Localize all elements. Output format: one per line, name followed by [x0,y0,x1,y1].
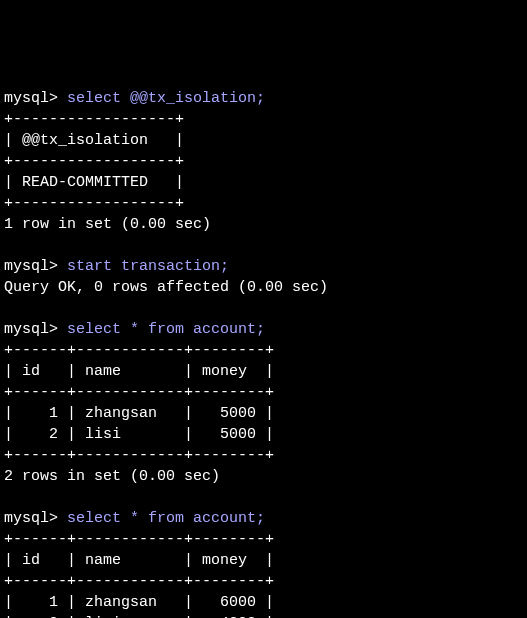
table-header: | id | name | money | [4,363,274,380]
table-separator: +------+------------+--------+ [4,447,274,464]
sql-statement: select @@tx_isolation; [67,90,265,107]
table-header: | @@tx_isolation | [4,132,184,149]
table-row: | READ-COMMITTED | [4,174,184,191]
sql-statement: start transaction; [67,258,229,275]
table-separator: +------------------+ [4,153,184,170]
table-row: | 1 | zhangsan | 6000 | [4,594,274,611]
table-separator: +------+------------+--------+ [4,531,274,548]
mysql-prompt: mysql> [4,258,67,275]
terminal-output: mysql> select @@tx_isolation; +---------… [4,88,523,618]
table-row: | 1 | zhangsan | 5000 | [4,405,274,422]
result-footer: 1 row in set (0.00 sec) [4,216,211,233]
table-row: | 2 | lisi | 5000 | [4,426,274,443]
sql-statement: select * from account; [67,510,265,527]
mysql-prompt: mysql> [4,510,67,527]
result-footer: Query OK, 0 rows affected (0.00 sec) [4,279,328,296]
table-separator: +------+------------+--------+ [4,573,274,590]
table-separator: +------+------------+--------+ [4,384,274,401]
mysql-prompt: mysql> [4,90,67,107]
table-separator: +------+------------+--------+ [4,342,274,359]
mysql-prompt: mysql> [4,321,67,338]
result-footer: 2 rows in set (0.00 sec) [4,468,220,485]
sql-statement: select * from account; [67,321,265,338]
table-separator: +------------------+ [4,111,184,128]
table-header: | id | name | money | [4,552,274,569]
table-separator: +------------------+ [4,195,184,212]
